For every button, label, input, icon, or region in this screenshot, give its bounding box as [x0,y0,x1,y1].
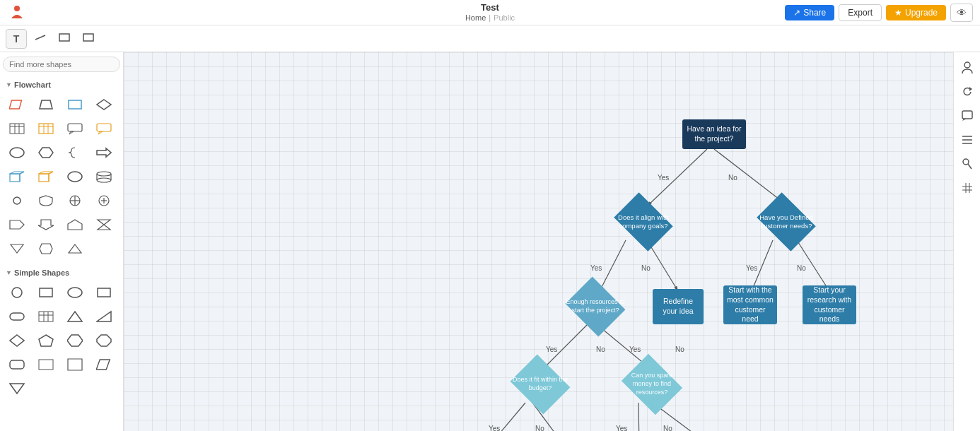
export-button[interactable]: Export [839,4,882,21]
svg-line-91 [968,164,972,169]
shape-diamond-outline[interactable] [91,93,117,116]
shape-cube[interactable] [4,165,30,188]
node-defined-needs-container[interactable]: Have you Defined customer needs? [755,201,817,243]
shape-speech1[interactable] [62,117,88,140]
svg-rect-85 [962,111,972,119]
chevron-icon: ▼ [6,81,12,88]
ss-triangle[interactable] [62,305,88,328]
ss-parallelogram[interactable] [91,353,117,376]
ss-stadium[interactable] [4,305,30,328]
node-budget-container[interactable]: Does it fit within the budget? [511,362,570,407]
node-enough-resources-container[interactable]: Enough resources to start the project? [566,284,625,329]
refresh-button[interactable] [957,82,977,102]
shape-cross[interactable] [62,189,88,212]
ss-table[interactable] [33,305,59,328]
shape-hourglass[interactable] [91,213,117,236]
shape-down-arrow[interactable] [33,213,59,236]
shape-circle-outline[interactable] [62,165,88,188]
shape-plus-circle[interactable] [91,189,117,212]
ss-octagon[interactable] [91,329,117,352]
svg-marker-60 [97,312,111,321]
shape-trapezoid[interactable] [33,93,59,116]
rect-filled-tool[interactable] [78,29,99,49]
shape-circle-sm[interactable] [4,189,30,212]
node-redefine-idea[interactable]: Redefine your idea [653,289,704,324]
preview-button[interactable]: 👁 [950,4,973,22]
svg-marker-5 [40,100,52,109]
shape-stadium[interactable] [4,141,30,164]
svg-rect-65 [10,360,24,369]
svg-point-0 [14,6,20,11]
key-button[interactable] [957,154,977,174]
flowchart-section-header[interactable]: ▼ Flowchart [3,78,120,92]
right-buttons: ↗ Share Export ★ Upgrade 👁 [785,4,973,22]
shape-table[interactable] [4,117,30,140]
svg-rect-16 [68,124,82,131]
ss-rect[interactable] [33,281,59,304]
person-button[interactable] [957,58,977,78]
grid-button[interactable] [957,178,977,198]
shape-cube2[interactable] [33,165,59,188]
shape-shield[interactable] [33,189,59,212]
toolbar: T [0,25,980,52]
flowchart-label: Flowchart [14,81,51,89]
breadcrumb-home[interactable]: Home [465,13,486,23]
ss-oval[interactable] [62,281,88,304]
label-no5: No [675,346,684,353]
canvas-area[interactable]: Yes No Yes No Yes No Yes No Yes No Yes N… [124,52,953,431]
shape-tag[interactable] [4,213,30,236]
svg-point-50 [12,288,22,297]
shape-brace[interactable] [62,141,88,164]
ss-hexagon[interactable] [62,329,88,352]
ss-tri-down[interactable] [4,377,30,400]
shape-speech2[interactable] [91,117,117,140]
upgrade-button[interactable]: ★ Upgrade [886,5,946,20]
shape-rect-outline[interactable] [62,93,88,116]
node-start-research[interactable]: Start your research with customer needs [803,285,856,324]
shape-tri-up[interactable] [62,237,88,260]
flowchart-shapes [3,92,120,266]
shape-parallelogram[interactable] [4,93,30,116]
shape-arrow-right[interactable] [91,141,117,164]
list-button[interactable] [957,130,977,150]
shape-cylinder[interactable] [91,165,117,188]
ss-pentagon[interactable] [33,329,59,352]
shape-table2[interactable] [33,117,59,140]
svg-rect-54 [10,313,24,320]
node-spare-money-container[interactable]: Can you spare money to find resources? [621,362,683,407]
ss-wave[interactable] [62,353,88,376]
ss-table2[interactable] [33,353,59,376]
svg-rect-66 [39,360,53,370]
ss-rounded-rect[interactable] [4,353,30,376]
share-icon: ↗ [793,8,800,18]
svg-rect-8 [10,124,24,134]
node-most-common[interactable]: Start with the most common customer need [723,285,777,324]
label-yes6: Yes [489,425,500,431]
share-button[interactable]: ↗ Share [785,5,834,20]
chat-button[interactable] [957,106,977,126]
ss-rect2[interactable] [91,281,117,304]
svg-rect-55 [39,312,53,321]
svg-rect-2 [59,34,69,41]
svg-point-31 [68,172,82,182]
rect-tool[interactable] [54,29,75,49]
search-input[interactable] [3,57,120,72]
svg-rect-6 [69,100,81,109]
label-no3: No [797,264,806,272]
svg-marker-21 [39,148,53,158]
shape-oval-tag[interactable] [33,237,59,260]
ss-circle[interactable] [4,281,30,304]
line-tool[interactable] [30,29,51,49]
rect-filled-icon [82,33,95,45]
svg-rect-51 [40,288,52,297]
shape-house[interactable] [62,213,88,236]
ss-diamond[interactable] [4,329,30,352]
node-align-goals-container[interactable]: Does it align with company goals? [612,201,675,243]
shape-triangle-down[interactable] [4,237,30,260]
ss-right-triangle[interactable] [91,305,117,328]
simple-shapes-section-header[interactable]: ▼ Simple Shapes [3,266,120,280]
shape-hexagon[interactable] [33,141,59,164]
svg-point-20 [10,148,24,158]
node-have-idea[interactable]: Have an idea for the project? [682,119,746,149]
text-tool[interactable]: T [6,29,27,49]
